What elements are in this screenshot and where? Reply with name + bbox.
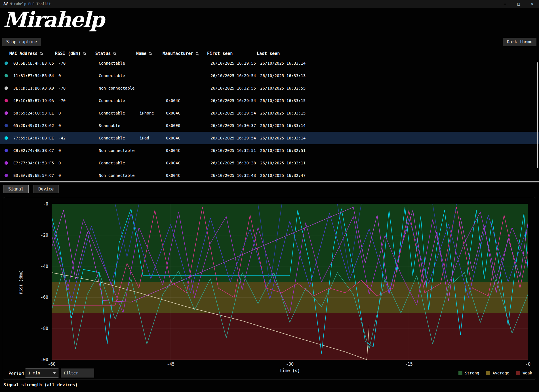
search-icon <box>195 52 199 56</box>
device-color-dot <box>5 149 8 152</box>
cell-status: Connectable <box>95 98 136 103</box>
y-axis-tick: -0 <box>43 202 48 207</box>
x-axis-tick: -60 <box>48 362 55 367</box>
cell-status: Connectable <box>95 73 136 78</box>
cell-status: Connectable <box>95 136 136 140</box>
period-select[interactable]: 1 min <box>25 368 59 378</box>
table-row[interactable]: 03:6B:CE:4F:B3:C5-70Connectable26/10/202… <box>0 57 539 69</box>
y-axis-tick: -60 <box>41 295 48 300</box>
y-axis-tick: -80 <box>41 326 48 331</box>
chevron-down-icon <box>53 372 56 374</box>
device-color-dot <box>5 62 8 65</box>
window-controls: ─ □ × <box>498 0 539 8</box>
cell-status: Non connectable <box>95 148 136 153</box>
device-color-cell <box>0 111 11 115</box>
panel-divider <box>0 181 539 182</box>
device-color-cell <box>0 99 11 102</box>
cell-last-seen: 26/10/2025 16:32:47 <box>257 173 539 178</box>
device-color-dot <box>5 86 8 90</box>
cell-mac: 11:B1:F7:54:B5:B4 <box>11 73 55 78</box>
device-table-header: MAC AddressRSSI (dBm)StatusNameManufactu… <box>0 50 536 57</box>
column-header-first-seen: First seen <box>207 51 257 56</box>
device-table: 03:6B:CE:4F:B3:C5-70Connectable26/10/202… <box>0 57 539 182</box>
table-row[interactable]: E7:77:9A:C1:53:F50Connectable0x004C26/10… <box>0 157 539 169</box>
brand-logo: Mirahelp <box>3 7 104 32</box>
cell-status: Connectable <box>95 111 136 115</box>
device-color-dot <box>5 111 8 115</box>
cell-last-seen: 26/10/2025 16:33:13 <box>257 73 539 78</box>
table-row[interactable]: 3E:CD:11:B6:A3:A9-78Non connectable26/10… <box>0 82 539 94</box>
period-select-value: 1 min <box>28 371 40 375</box>
cell-rssi: 0 <box>55 161 95 165</box>
tab-signal[interactable]: Signal <box>3 185 29 193</box>
search-icon <box>40 52 43 56</box>
x-axis-label: Time (s) <box>279 368 300 373</box>
cell-rssi: -70 <box>55 61 95 65</box>
table-row[interactable]: 58:69:24:C0:53:EE0ConnectableiPhone0x004… <box>0 107 539 119</box>
maximize-icon[interactable]: □ <box>512 0 525 8</box>
device-color-dot <box>5 136 8 140</box>
column-header-last-seen: Last seen <box>257 51 536 56</box>
cell-status: Non connectable <box>95 173 136 178</box>
table-row[interactable]: ED:EA:39:6E:5F:C70Non connectable0x004C2… <box>0 169 539 182</box>
signal-legend: StrongAverageWeak <box>458 368 532 378</box>
cell-mac: CB:E2:74:4B:3B:C7 <box>11 148 55 153</box>
titlebar: M Mirahelp BLE Toolkit ─ □ × <box>0 0 539 8</box>
column-header-label: Manufacturer <box>163 51 193 56</box>
device-color-cell <box>0 174 11 177</box>
filter-input[interactable] <box>61 368 94 378</box>
cell-rssi: -42 <box>55 136 95 140</box>
cell-first-seen: 26/10/2025 16:29:55 <box>207 61 257 65</box>
cell-last-seen: 26/10/2025 16:33:14 <box>257 123 539 128</box>
y-axis-tick: -40 <box>41 264 48 269</box>
legend-swatch <box>458 371 462 375</box>
column-header-rssi-dbm-[interactable]: RSSI (dBm) <box>55 51 95 56</box>
legend-label: Average <box>492 371 509 375</box>
table-row[interactable]: 65:2D:49:01:23:620Scannable0x00E026/10/2… <box>0 119 539 132</box>
cell-last-seen: 26/10/2025 16:33:11 <box>257 161 539 165</box>
cell-first-seen: 26/10/2025 16:30:38 <box>207 161 257 165</box>
status-bar-text: Signal strength (all devices) <box>3 382 78 387</box>
column-header-label: First seen <box>207 51 233 56</box>
column-header-status[interactable]: Status <box>95 51 136 56</box>
cell-name: iPad <box>136 136 163 140</box>
cell-mac: ED:EA:39:6E:5F:C7 <box>11 173 55 178</box>
cell-first-seen: 26/10/2025 16:29:54 <box>207 73 257 78</box>
table-row[interactable]: 4F:1C:65:B7:19:9A-70Connectable0x004C26/… <box>0 94 539 107</box>
table-row[interactable]: 11:B1:F7:54:B5:B40Connectable26/10/2025 … <box>0 69 539 82</box>
cell-manufacturer: 0x004C <box>163 173 207 178</box>
x-axis-tick: -0 <box>525 362 530 367</box>
signal-chart: -0-20-40-60-80-100-60-45-30-15-0Time (s)… <box>0 196 539 383</box>
device-color-cell <box>0 161 11 165</box>
legend-label: Weak <box>523 371 532 375</box>
legend-item-weak: Weak <box>516 371 532 375</box>
table-scrollbar[interactable] <box>537 62 538 168</box>
legend-item-strong: Strong <box>458 371 479 375</box>
device-color-cell <box>0 136 11 140</box>
device-color-cell <box>0 149 11 152</box>
bottom-tabs: SignalDevice <box>3 185 59 193</box>
x-axis-tick: -45 <box>167 362 174 367</box>
search-icon <box>149 52 152 56</box>
cell-rssi: 0 <box>55 73 95 78</box>
tab-device[interactable]: Device <box>33 185 59 193</box>
cell-rssi: 0 <box>55 148 95 153</box>
minimize-icon[interactable]: ─ <box>498 0 512 8</box>
cell-last-seen: 26/10/2025 16:32:55 <box>257 86 539 90</box>
device-color-cell <box>0 74 11 77</box>
column-header-mac-address[interactable]: MAC Address <box>0 51 55 56</box>
table-row[interactable]: CB:E2:74:4B:3B:C70Non connectable0x004C2… <box>0 144 539 157</box>
legend-swatch <box>486 371 490 375</box>
device-color-dot <box>5 161 8 165</box>
table-row[interactable]: 77:59:EA:07:DB:EE-42ConnectableiPad0x004… <box>0 132 539 144</box>
x-axis-tick: -15 <box>405 362 413 367</box>
cell-manufacturer: 0x004C <box>163 161 207 165</box>
stop-capture-button[interactable]: Stop capture <box>2 38 41 46</box>
column-header-name[interactable]: Name <box>136 51 163 56</box>
legend-item-average: Average <box>486 371 509 375</box>
dark-theme-button[interactable]: Dark theme <box>503 38 536 46</box>
column-header-manufacturer[interactable]: Manufacturer <box>163 51 207 56</box>
cell-status: Connectable <box>95 61 136 65</box>
close-icon[interactable]: × <box>525 0 539 8</box>
y-axis-tick: -100 <box>38 357 48 362</box>
